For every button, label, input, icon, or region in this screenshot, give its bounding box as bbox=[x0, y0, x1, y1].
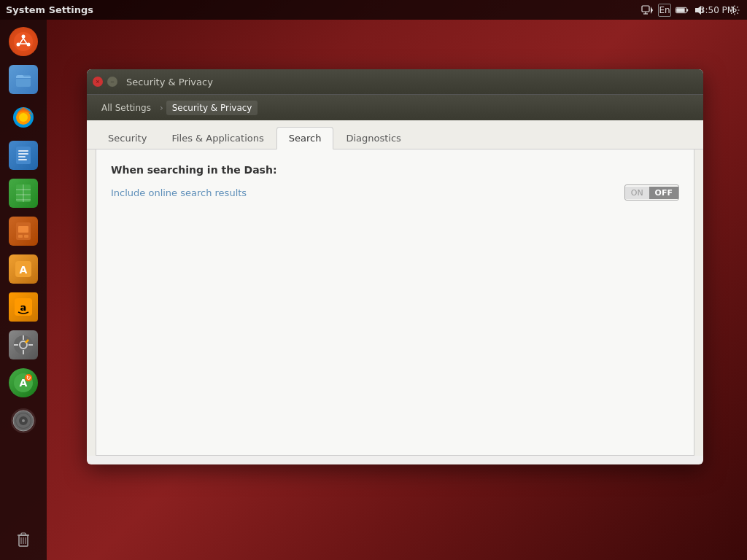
svg-point-9 bbox=[733, 9, 736, 12]
dialog-title: Security & Privacy bbox=[126, 77, 213, 88]
ubuntu-logo bbox=[9, 27, 38, 56]
sidebar-item-dvd[interactable] bbox=[6, 403, 41, 438]
system-tools-icon bbox=[9, 330, 38, 359]
minimize-button[interactable]: − bbox=[107, 77, 117, 87]
writer-icon bbox=[9, 141, 38, 170]
svg-rect-19 bbox=[18, 150, 28, 152]
svg-text:A: A bbox=[20, 264, 28, 276]
clock[interactable]: 3:50 PM bbox=[711, 4, 724, 17]
svg-rect-53 bbox=[21, 533, 26, 535]
breadcrumb-bar: All Settings › Security & Privacy bbox=[87, 94, 703, 120]
sidebar-item-ubuntu-home[interactable] bbox=[6, 24, 41, 59]
setting-row-online-search: Include online search results ON OFF bbox=[111, 182, 679, 203]
tab-security[interactable]: Security bbox=[96, 127, 159, 149]
svg-rect-18 bbox=[16, 147, 31, 164]
setting-label-online-search[interactable]: Include online search results bbox=[111, 187, 247, 198]
sidebar-item-update-manager[interactable]: A ↻ bbox=[6, 365, 41, 400]
svg-rect-20 bbox=[18, 153, 28, 155]
breadcrumb-all-settings[interactable]: All Settings bbox=[96, 101, 157, 115]
sidebar-item-firefox[interactable] bbox=[6, 100, 41, 135]
tabs-bar: Security Files & Applications Search Dia… bbox=[87, 120, 703, 149]
firefox-icon bbox=[9, 103, 38, 132]
svg-rect-0 bbox=[642, 6, 649, 12]
tab-diagnostics[interactable]: Diagnostics bbox=[333, 127, 413, 149]
svg-text:a: a bbox=[20, 302, 27, 313]
svg-rect-22 bbox=[18, 159, 27, 160]
svg-marker-4 bbox=[651, 10, 653, 14]
sidebar-item-files[interactable] bbox=[6, 62, 41, 97]
sidebar-item-software-center[interactable]: A bbox=[6, 252, 41, 287]
dialog-body: Security Files & Applications Search Dia… bbox=[87, 120, 703, 456]
toggle-on-label: ON bbox=[625, 187, 649, 199]
dialog-security-privacy: × − Security & Privacy All Settings › Se… bbox=[87, 69, 703, 464]
topbar: System Settings En 3:50 PM bbox=[0, 0, 747, 20]
topbar-right: En 3:50 PM bbox=[640, 4, 741, 17]
breadcrumb-current: Security & Privacy bbox=[166, 101, 258, 115]
amazon-icon: a bbox=[9, 292, 38, 322]
sidebar-item-writer[interactable] bbox=[6, 138, 41, 173]
svg-point-49 bbox=[22, 419, 25, 422]
main-content: × − Security & Privacy All Settings › Se… bbox=[47, 20, 747, 560]
sidebar-item-calc[interactable] bbox=[6, 176, 41, 211]
sidebar: A a bbox=[0, 20, 47, 560]
tab-content-search: When searching in the Dash: Include onli… bbox=[96, 149, 694, 456]
toggle-off-label: OFF bbox=[649, 187, 678, 199]
battery-icon bbox=[676, 4, 689, 17]
sidebar-item-system-tools[interactable] bbox=[6, 327, 41, 362]
settings-icon[interactable] bbox=[728, 4, 741, 17]
dialog-titlebar: × − Security & Privacy bbox=[87, 69, 703, 94]
section-title: When searching in the Dash: bbox=[111, 164, 679, 176]
sidebar-item-amazon[interactable]: a bbox=[6, 289, 41, 324]
impress-icon bbox=[9, 217, 38, 246]
sidebar-item-trash[interactable] bbox=[6, 521, 41, 556]
trash-icon bbox=[9, 524, 38, 553]
svg-point-17 bbox=[19, 113, 28, 122]
svg-rect-6 bbox=[676, 8, 684, 12]
sidebar-item-impress[interactable] bbox=[6, 214, 41, 249]
svg-marker-3 bbox=[651, 7, 653, 10]
files-icon bbox=[9, 65, 38, 94]
tab-files-applications[interactable]: Files & Applications bbox=[159, 127, 276, 149]
topbar-title: System Settings bbox=[6, 4, 93, 15]
display-icon[interactable] bbox=[640, 4, 654, 17]
close-button[interactable]: × bbox=[93, 77, 103, 87]
svg-rect-30 bbox=[18, 235, 23, 238]
language-indicator[interactable]: En bbox=[658, 4, 671, 17]
svg-rect-31 bbox=[24, 235, 28, 238]
svg-text:↻: ↻ bbox=[26, 375, 31, 381]
dvd-icon bbox=[9, 406, 38, 435]
svg-rect-29 bbox=[18, 226, 28, 233]
update-manager-icon: A ↻ bbox=[9, 368, 38, 397]
toggle-online-search[interactable]: ON OFF bbox=[624, 184, 679, 201]
breadcrumb-separator: › bbox=[160, 103, 163, 113]
software-center-icon: A bbox=[9, 254, 38, 284]
calc-icon bbox=[9, 179, 38, 208]
tab-search[interactable]: Search bbox=[276, 127, 334, 149]
svg-rect-21 bbox=[18, 156, 26, 158]
svg-rect-7 bbox=[686, 9, 688, 11]
